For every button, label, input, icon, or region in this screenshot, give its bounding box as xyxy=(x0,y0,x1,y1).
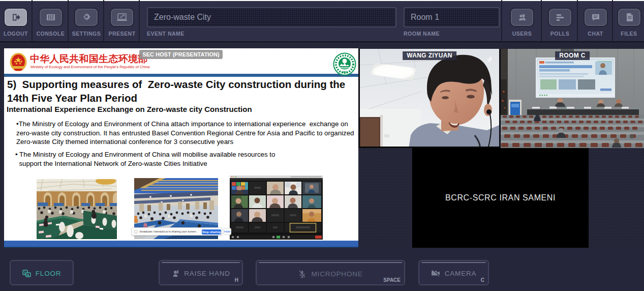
svg-text:MEE: MEE xyxy=(342,71,348,74)
svg-text:A: A xyxy=(26,273,29,277)
